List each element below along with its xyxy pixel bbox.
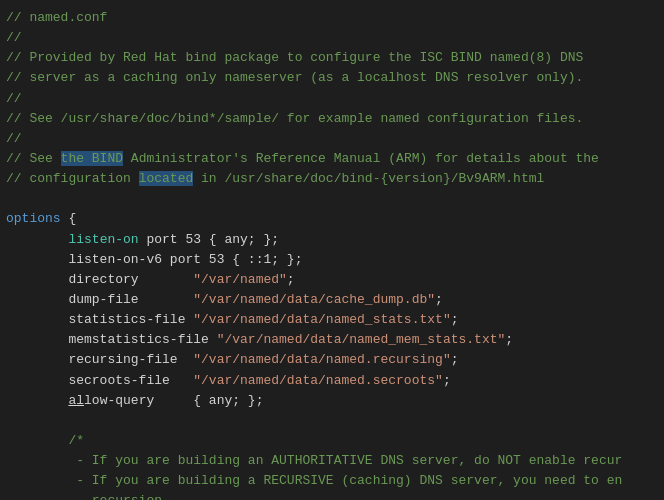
code-line-12: listen-on port 53 { any; };: [4, 230, 660, 250]
code-line-20: allow-query { any; };: [4, 391, 660, 411]
code-line-7: //: [4, 129, 660, 149]
code-line-1: // named.conf: [4, 8, 660, 28]
code-line-16: statistics-file "/var/named/data/named_s…: [4, 310, 660, 330]
code-line-5: //: [4, 89, 660, 109]
code-line-13: listen-on-v6 port 53 { ::1; };: [4, 250, 660, 270]
code-line-3: // Provided by Red Hat bind package to c…: [4, 48, 660, 68]
code-line-23: - If you are building an AUTHORITATIVE D…: [4, 451, 660, 471]
code-line-17: memstatistics-file "/var/named/data/name…: [4, 330, 660, 350]
code-line-11: options {: [4, 209, 660, 229]
code-line-14: directory "/var/named";: [4, 270, 660, 290]
code-line-22: /*: [4, 431, 660, 451]
code-line-8: // See the BIND Administrator's Referenc…: [4, 149, 660, 169]
code-editor: // named.conf // // Provided by Red Hat …: [0, 0, 664, 500]
code-line-10: [4, 189, 660, 209]
code-line-24: - If you are building a RECURSIVE (cachi…: [4, 471, 660, 491]
code-line-18: recursing-file "/var/named/data/named.re…: [4, 350, 660, 370]
code-line-19: secroots-file "/var/named/data/named.sec…: [4, 371, 660, 391]
code-line-2: //: [4, 28, 660, 48]
code-line-15: dump-file "/var/named/data/cache_dump.db…: [4, 290, 660, 310]
code-line-9: // configuration located in /usr/share/d…: [4, 169, 660, 189]
code-line-25: recursion.: [4, 491, 660, 500]
code-line-21: [4, 411, 660, 431]
code-line-4: // server as a caching only nameserver (…: [4, 68, 660, 88]
code-line-6: // See /usr/share/doc/bind*/sample/ for …: [4, 109, 660, 129]
